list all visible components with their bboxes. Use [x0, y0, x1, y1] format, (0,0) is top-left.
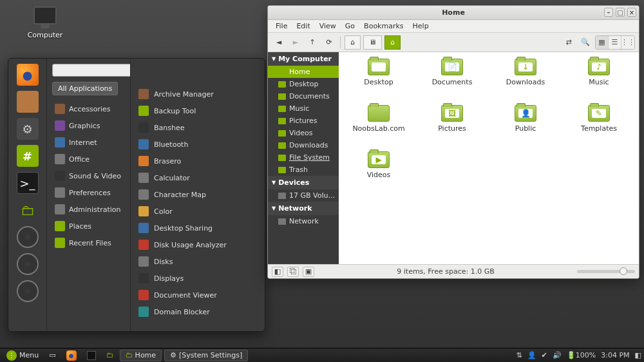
- app-item[interactable]: Brasero: [136, 153, 261, 169]
- category-item[interactable]: Office: [52, 151, 130, 167]
- sidebar-item-device[interactable]: 17 GB Volu...: [268, 189, 339, 202]
- grid-item[interactable]: 👤Public: [489, 105, 562, 150]
- category-item[interactable]: Preferences: [52, 184, 130, 201]
- sidebar-item-place[interactable]: Videos: [268, 127, 339, 139]
- favorite-firefox[interactable]: ●: [17, 64, 39, 86]
- sidebar-head-mycomputer[interactable]: ▼My Computer: [268, 52, 339, 66]
- nav-back-button[interactable]: ◄: [272, 35, 286, 50]
- app-item[interactable]: Backup Tool: [136, 102, 261, 119]
- nav-forward-button[interactable]: ►: [289, 35, 303, 50]
- sidebar-item-place[interactable]: Desktop: [268, 78, 339, 90]
- maximize-button[interactable]: □: [616, 8, 625, 17]
- battery-icon[interactable]: 🔋100%: [567, 351, 596, 359]
- view-list-button[interactable]: ☰: [609, 36, 621, 49]
- category-item[interactable]: Places: [52, 218, 130, 234]
- app-item[interactable]: Displays: [136, 270, 261, 287]
- task-system-settings[interactable]: ⚙[System Settings]: [164, 350, 248, 361]
- app-item[interactable]: Disks: [136, 253, 261, 270]
- sidebar-item-place[interactable]: Documents: [268, 90, 339, 102]
- all-applications-chip[interactable]: All Applications: [52, 82, 118, 95]
- terminal-button[interactable]: ▣: [303, 267, 314, 277]
- zoom-knob[interactable]: [620, 267, 627, 275]
- nav-up-button[interactable]: ↑: [305, 35, 319, 50]
- view-icons-button[interactable]: ▦: [596, 36, 609, 49]
- sidebar-item-place[interactable]: Music: [268, 102, 339, 115]
- grid-item[interactable]: Desktop: [343, 59, 415, 104]
- search-button[interactable]: 🔍: [578, 35, 592, 50]
- favorite-hash[interactable]: #: [17, 145, 39, 167]
- sidebar-head-network[interactable]: ▼Network: [268, 202, 339, 215]
- view-compact-button[interactable]: ⋮⋮: [621, 36, 634, 49]
- minimize-button[interactable]: –: [604, 8, 613, 17]
- menu-button[interactable]: ⋮ Menu: [3, 350, 43, 361]
- launcher-terminal[interactable]: [83, 350, 100, 361]
- path-segment-current[interactable]: ⌂: [384, 35, 401, 50]
- task-home[interactable]: 🗀Home: [120, 350, 162, 361]
- favorite-disc3[interactable]: [17, 280, 39, 302]
- search-input[interactable]: [52, 64, 131, 77]
- grid-item[interactable]: 📄Documents: [416, 59, 488, 104]
- favorite-settings[interactable]: ⚙: [17, 118, 39, 140]
- updates-icon[interactable]: ✔: [542, 351, 547, 359]
- menu-help[interactable]: Help: [409, 21, 433, 32]
- volume-icon[interactable]: 🔊: [553, 351, 562, 359]
- close-button[interactable]: ×: [627, 8, 636, 17]
- launcher-files[interactable]: 🗀: [102, 350, 117, 361]
- menu-view[interactable]: View: [316, 21, 340, 32]
- clock[interactable]: 3:04 PM: [601, 351, 629, 359]
- sidebar-item-network[interactable]: Network: [268, 215, 339, 227]
- sidebar-toggle-button[interactable]: ◧: [272, 267, 283, 277]
- favorite-disc1[interactable]: [17, 226, 39, 248]
- titlebar[interactable]: Home – □ ×: [268, 6, 639, 20]
- menu-edit[interactable]: Edit: [292, 21, 314, 32]
- menu-bookmarks[interactable]: Bookmarks: [360, 21, 407, 32]
- app-item[interactable]: Desktop Sharing: [136, 220, 261, 236]
- category-item[interactable]: Sound & Video: [52, 167, 130, 184]
- sidebar-item-place[interactable]: Pictures: [268, 115, 339, 127]
- menu-file[interactable]: File: [272, 21, 291, 32]
- app-item[interactable]: Color: [136, 203, 261, 220]
- category-item[interactable]: Internet: [52, 134, 130, 151]
- grid-item[interactable]: ✎Templates: [563, 105, 635, 150]
- app-item[interactable]: Character Map: [136, 186, 261, 203]
- app-item[interactable]: Document Viewer: [136, 287, 261, 303]
- path-segment-home[interactable]: ⌂: [345, 35, 361, 50]
- tray-toggle-icon[interactable]: ◧: [635, 351, 641, 359]
- grid-item[interactable]: 🖼Pictures: [416, 105, 488, 150]
- grid-item[interactable]: ♪Music: [563, 59, 635, 104]
- path-segment-computer[interactable]: 🖥: [363, 35, 382, 50]
- favorite-package[interactable]: [17, 91, 39, 113]
- app-item[interactable]: Disk Usage Analyzer: [136, 236, 261, 253]
- zoom-slider[interactable]: [577, 270, 635, 273]
- grid-item[interactable]: ↓Downloads: [489, 59, 562, 104]
- category-item[interactable]: Administration: [52, 201, 130, 218]
- nav-reload-button[interactable]: ⟳: [322, 35, 336, 50]
- icon-grid[interactable]: Desktop📄Documents↓Downloads♪MusicNoobsLa…: [339, 52, 639, 264]
- app-item[interactable]: Banshee: [136, 119, 261, 136]
- grid-item[interactable]: NoobsLab.com: [343, 105, 415, 150]
- favorite-disc2[interactable]: [17, 253, 39, 275]
- favorite-terminal[interactable]: >_: [17, 172, 39, 194]
- network-tray-icon[interactable]: 👤: [527, 351, 536, 359]
- user-icon[interactable]: ⇅: [516, 351, 522, 359]
- app-item[interactable]: Calculator: [136, 169, 261, 186]
- sidebar-item-place[interactable]: Home: [268, 66, 339, 78]
- category-item[interactable]: Accessories: [52, 100, 130, 117]
- sidebar-head-devices[interactable]: ▼Devices: [268, 176, 339, 189]
- sidebar-item-place[interactable]: Trash: [268, 164, 339, 176]
- category-item[interactable]: Graphics: [52, 117, 130, 134]
- tree-toggle-button[interactable]: ⿻: [287, 267, 299, 277]
- launcher-firefox[interactable]: ●: [62, 350, 80, 361]
- app-item[interactable]: Archive Manager: [136, 86, 261, 102]
- toggle-location-button[interactable]: ⇄: [562, 35, 576, 50]
- sidebar-item-place[interactable]: File System: [268, 151, 339, 164]
- grid-item[interactable]: ▶Videos: [343, 151, 415, 196]
- favorite-files[interactable]: 🗀: [17, 199, 39, 221]
- show-desktop-button[interactable]: ▭: [45, 350, 59, 361]
- app-item[interactable]: Domain Blocker: [136, 303, 261, 320]
- menu-go[interactable]: Go: [341, 21, 359, 32]
- category-item[interactable]: Recent Files: [52, 234, 130, 251]
- sidebar-item-place[interactable]: Downloads: [268, 139, 339, 151]
- app-item[interactable]: Bluetooth: [136, 136, 261, 153]
- desktop-icon-computer[interactable]: Computer: [26, 6, 64, 39]
